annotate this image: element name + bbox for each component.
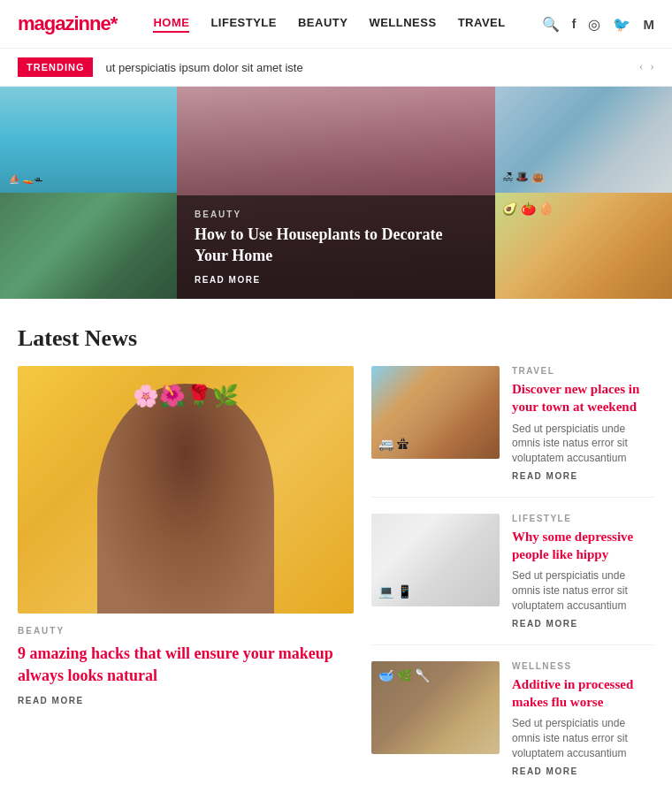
- travel-card-category: TRAVEL: [512, 366, 654, 376]
- list-item: LIFESTYLE Why some depressive people lik…: [371, 514, 654, 645]
- hero-food-image: [495, 193, 672, 299]
- hero-left-image: [0, 87, 177, 299]
- social-icons: 🔍 f ◎ 🐦 M: [542, 16, 654, 33]
- hero-section: BEAUTY How to Use Houseplants to Decorat…: [0, 87, 672, 299]
- trending-bar: TRENDING ut perspiciatis ipsum dolor sit…: [0, 49, 672, 87]
- nav-item-wellness[interactable]: WELLNESS: [369, 16, 436, 33]
- trending-text: ut perspiciatis ipsum dolor sit amet ist…: [105, 61, 638, 74]
- logo-text: magazinne: [18, 12, 111, 34]
- instagram-icon[interactable]: ◎: [588, 16, 600, 33]
- travel-card-title: Discover new places in your town at week…: [512, 380, 654, 416]
- hero-left-img-container: [0, 87, 177, 299]
- search-icon[interactable]: 🔍: [542, 16, 560, 33]
- hero-accessories-image: [495, 87, 672, 193]
- list-item: TRAVEL Discover new places in your town …: [371, 366, 654, 498]
- medium-icon[interactable]: M: [643, 17, 654, 32]
- travel-card-content: TRAVEL Discover new places in your town …: [512, 366, 654, 481]
- nav-item-home[interactable]: HOME: [153, 16, 189, 33]
- latest-news-section: Latest News BEAUTY 9 amazing hacks that …: [0, 325, 672, 808]
- news-main-category: BEAUTY: [18, 626, 354, 636]
- wellness-card-description: Sed ut perspiciatis unde omnis iste natu…: [512, 716, 654, 760]
- hero-center-image[interactable]: BEAUTY How to Use Houseplants to Decorat…: [177, 87, 495, 299]
- lifestyle-card-title: Why some depressive people like hippy: [512, 528, 654, 564]
- news-side-cards: TRAVEL Discover new places in your town …: [371, 366, 654, 792]
- wellness-card-category: WELLNESS: [512, 661, 654, 671]
- news-main-read-more[interactable]: READ MORE: [18, 696, 354, 705]
- lifestyle-read-more-button[interactable]: READ MORE: [512, 619, 654, 629]
- travel-card-description: Sed ut perspiciatis unde omnis iste natu…: [512, 422, 654, 466]
- wellness-card-content: WELLNESS Additive in processed makes flu…: [512, 661, 654, 776]
- hero-read-more-button[interactable]: READ MORE: [195, 275, 477, 285]
- lifestyle-card-image: [371, 514, 500, 606]
- wellness-read-more-button[interactable]: READ MORE: [512, 766, 654, 776]
- main-nav: HOME LIFESTYLE BEAUTY WELLNESS TRAVEL: [153, 16, 505, 33]
- news-main-card: BEAUTY 9 amazing hacks that will ensure …: [18, 366, 354, 792]
- trending-arrows[interactable]: ‹ ›: [639, 60, 654, 74]
- trending-next-icon[interactable]: ›: [650, 60, 654, 74]
- hero-category: BEAUTY: [195, 210, 477, 219]
- hero-plant-image: [0, 193, 177, 299]
- trending-label: TRENDING: [18, 57, 93, 77]
- logo[interactable]: magazinne*: [18, 12, 117, 35]
- news-grid: BEAUTY 9 amazing hacks that will ensure …: [0, 366, 672, 808]
- lifestyle-card-content: LIFESTYLE Why some depressive people lik…: [512, 514, 654, 629]
- hero-right-images: [495, 87, 672, 299]
- lifestyle-card-description: Sed ut perspiciatis unde omnis iste natu…: [512, 568, 654, 613]
- hero-title: How to Use Houseplants to Decorate Your …: [195, 225, 477, 266]
- news-main-title: 9 amazing hacks that will ensure your ma…: [18, 643, 354, 687]
- facebook-icon[interactable]: f: [572, 17, 577, 31]
- lifestyle-card-category: LIFESTYLE: [512, 514, 654, 523]
- nav-item-beauty[interactable]: BEAUTY: [298, 16, 347, 33]
- nav-item-lifestyle[interactable]: LIFESTYLE: [210, 16, 277, 33]
- nav-item-travel[interactable]: TRAVEL: [458, 16, 506, 33]
- hero-aerial-image: [0, 87, 177, 193]
- header: magazinne* HOME LIFESTYLE BEAUTY WELLNES…: [0, 0, 672, 49]
- twitter-icon[interactable]: 🐦: [613, 16, 630, 33]
- news-main-image: [18, 366, 354, 614]
- travel-card-image: [371, 366, 500, 459]
- list-item: WELLNESS Additive in processed makes flu…: [371, 661, 654, 792]
- wellness-card-image: [371, 661, 500, 754]
- travel-read-more-button[interactable]: READ MORE: [512, 471, 654, 481]
- section-title: Latest News: [0, 325, 672, 366]
- logo-star: *: [111, 12, 118, 34]
- wellness-card-title: Additive in processed makes flu worse: [512, 675, 654, 712]
- trending-prev-icon[interactable]: ‹: [639, 60, 644, 74]
- hero-overlay: BEAUTY How to Use Houseplants to Decorat…: [177, 195, 495, 299]
